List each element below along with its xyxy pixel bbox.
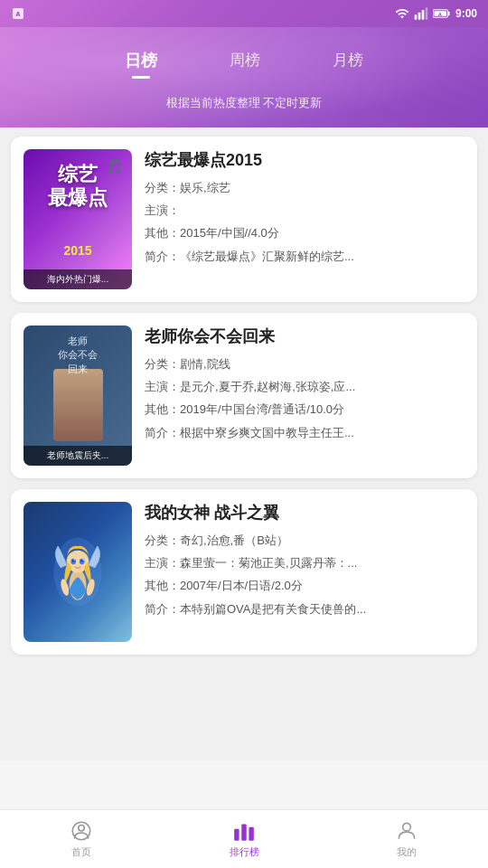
card-cast-2: 主演：是元介,夏于乔,赵树海,张琼姿,应... bbox=[145, 379, 465, 395]
card-cast-3: 主演：森里萤一：菊池正美,贝露丹蒂：... bbox=[145, 555, 465, 571]
thumbnail-3 bbox=[23, 502, 132, 642]
svg-rect-5 bbox=[426, 7, 428, 19]
card-cast-1: 主演： bbox=[145, 203, 465, 219]
card-info-3: 我的女神 战斗之翼 分类：奇幻,治愈,番（B站） 主演：森里萤一：菊池正美,贝露… bbox=[145, 502, 465, 642]
svg-point-17 bbox=[73, 559, 75, 561]
card-other-1: 其他：2015年/中国//4.0分 bbox=[145, 225, 465, 241]
app-icon: A bbox=[11, 6, 25, 21]
svg-rect-2 bbox=[415, 14, 418, 19]
card-title-3: 我的女神 战斗之翼 bbox=[145, 502, 465, 524]
tab-monthly[interactable]: 月榜 bbox=[333, 50, 363, 77]
nav-item-ranking[interactable]: 排行榜 bbox=[208, 819, 280, 859]
card-intro-3: 简介：本特别篇OVA是把有关食天使兽的... bbox=[145, 601, 465, 618]
anime-figure-3 bbox=[46, 529, 109, 615]
nav-label-home: 首页 bbox=[71, 845, 91, 859]
music-note-icon: 🎵 bbox=[105, 158, 123, 175]
subtitle: 根据当前热度整理 不定时更新 bbox=[0, 86, 488, 127]
list-item[interactable]: 老师你会不会回来 老师地震后夹... 老师你会不会回来 分类：剧情,院线 主演：… bbox=[11, 313, 477, 478]
tab-daily[interactable]: 日榜 bbox=[125, 50, 157, 77]
nav-item-mine[interactable]: 我的 bbox=[371, 819, 443, 859]
nav-label-ranking: 排行榜 bbox=[230, 845, 259, 859]
thumb-year-1: 2015 bbox=[63, 243, 91, 258]
nav-label-mine: 我的 bbox=[397, 845, 417, 859]
ranking-icon bbox=[232, 819, 256, 843]
status-bar-left: A bbox=[11, 6, 25, 21]
tab-weekly[interactable]: 周榜 bbox=[230, 50, 260, 77]
person-figure-2 bbox=[53, 369, 103, 441]
battery-icon: A bbox=[433, 6, 451, 21]
card-category-1: 分类：娱乐,综艺 bbox=[145, 180, 465, 196]
card-category-2: 分类：剧情,院线 bbox=[145, 356, 465, 373]
thumb-title-2: 老师你会不会回来 bbox=[31, 335, 125, 376]
header: 日榜 周榜 月榜 根据当前热度整理 不定时更新 bbox=[0, 27, 488, 127]
status-bar-right: A 9:00 bbox=[395, 6, 477, 21]
svg-rect-24 bbox=[241, 824, 246, 840]
thumb-badge-2: 老师地震后夹... bbox=[23, 446, 132, 466]
home-icon bbox=[70, 819, 93, 843]
mine-icon bbox=[395, 819, 418, 843]
card-category-3: 分类：奇幻,治愈,番（B站） bbox=[145, 533, 465, 549]
content-area: 综艺最爆点 🎵 2015 海内外热门爆... 综艺最爆点2015 分类：娱乐,综… bbox=[0, 127, 488, 760]
card-intro-1: 简介：《综艺最爆点》汇聚新鲜的综艺... bbox=[145, 249, 465, 265]
svg-rect-25 bbox=[249, 827, 253, 841]
time-display: 9:00 bbox=[455, 7, 477, 20]
thumb-badge-1: 海内外热门爆... bbox=[23, 269, 132, 289]
list-item[interactable]: 我的女神 战斗之翼 分类：奇幻,治愈,番（B站） 主演：森里萤一：菊池正美,贝露… bbox=[11, 489, 477, 655]
svg-rect-3 bbox=[418, 13, 421, 20]
svg-point-22 bbox=[79, 826, 85, 832]
card-info-1: 综艺最爆点2015 分类：娱乐,综艺 主演： 其他：2015年/中国//4.0分… bbox=[145, 149, 465, 289]
wifi-icon bbox=[395, 6, 409, 21]
svg-point-26 bbox=[403, 823, 411, 831]
card-title-2: 老师你会不会回来 bbox=[145, 326, 465, 347]
list-item[interactable]: 综艺最爆点 🎵 2015 海内外热门爆... 综艺最爆点2015 分类：娱乐,综… bbox=[11, 137, 477, 302]
card-info-2: 老师你会不会回来 分类：剧情,院线 主演：是元介,夏于乔,赵树海,张琼姿,应..… bbox=[145, 326, 465, 466]
signal-icon bbox=[414, 6, 428, 21]
svg-rect-23 bbox=[234, 829, 239, 841]
thumbnail-1: 综艺最爆点 🎵 2015 海内外热门爆... bbox=[23, 149, 132, 289]
nav-item-home[interactable]: 首页 bbox=[45, 819, 117, 859]
bottom-navigation: 首页 排行榜 我的 bbox=[0, 809, 488, 868]
svg-rect-4 bbox=[422, 10, 425, 20]
thumbnail-2: 老师你会不会回来 老师地震后夹... bbox=[23, 326, 132, 466]
card-other-2: 其他：2019年/中国台湾/普通话/10.0分 bbox=[145, 401, 465, 418]
svg-point-18 bbox=[82, 559, 84, 561]
status-bar: A A 9:00 bbox=[0, 0, 488, 27]
card-intro-2: 简介：根据中寮乡爽文国中教导主任王... bbox=[145, 425, 465, 441]
svg-text:A: A bbox=[438, 12, 442, 17]
svg-rect-7 bbox=[447, 12, 449, 15]
svg-text:A: A bbox=[15, 10, 21, 18]
tabs-container: 日榜 周榜 月榜 bbox=[0, 36, 488, 86]
card-other-3: 其他：2007年/日本/日语/2.0分 bbox=[145, 578, 465, 594]
card-title-1: 综艺最爆点2015 bbox=[145, 149, 465, 171]
